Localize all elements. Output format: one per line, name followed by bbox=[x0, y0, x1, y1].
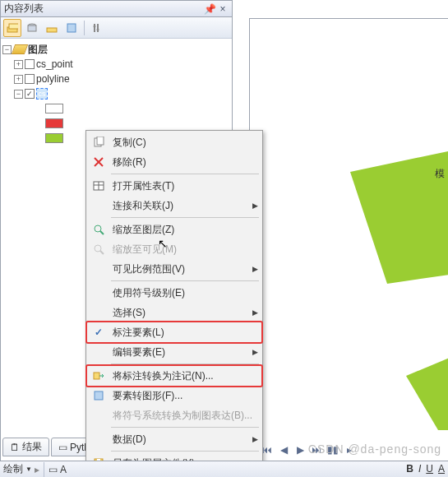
toc-toolbar bbox=[1, 17, 232, 39]
list-by-selection-icon[interactable] bbox=[62, 19, 81, 37]
font-color-icon[interactable]: A bbox=[438, 463, 445, 475]
map-canvas[interactable]: 模 bbox=[249, 18, 448, 441]
layer-row[interactable]: + polyline bbox=[2, 72, 230, 86]
separator bbox=[111, 427, 259, 428]
menu-data[interactable]: 数据(D)▶ bbox=[88, 429, 261, 449]
swatch-green bbox=[45, 133, 63, 143]
label-text: 模 bbox=[435, 167, 445, 181]
menu-select[interactable]: 选择(S)▶ bbox=[88, 303, 261, 322]
menu-remove[interactable]: 移除(R) bbox=[88, 152, 261, 172]
menu-edit-features[interactable]: 编辑要素(E)▶ bbox=[88, 342, 261, 362]
tree-root[interactable]: − 图层 bbox=[2, 42, 230, 57]
graphics-icon bbox=[88, 386, 109, 405]
root-label: 图层 bbox=[28, 43, 48, 57]
layer-row[interactable]: + cs_point bbox=[2, 57, 230, 72]
symbol-row bbox=[2, 101, 230, 116]
checkbox[interactable] bbox=[25, 74, 35, 84]
symbol-row bbox=[2, 116, 230, 131]
svg-line-18 bbox=[100, 231, 104, 234]
remove-icon bbox=[88, 152, 109, 172]
submenu-arrow-icon: ▶ bbox=[249, 265, 261, 273]
submenu-arrow-icon: ▶ bbox=[249, 201, 261, 210]
layer-row-selected[interactable]: − ✓ cs bbox=[2, 86, 230, 101]
separator bbox=[111, 217, 259, 218]
svg-rect-5 bbox=[67, 24, 76, 32]
tab-results[interactable]: 🗒结果 bbox=[2, 438, 49, 456]
svg-rect-3 bbox=[28, 25, 36, 31]
check-icon bbox=[88, 322, 109, 342]
results-icon: 🗒 bbox=[10, 442, 20, 453]
separator bbox=[111, 174, 259, 174]
menu-zoom-layer[interactable]: 缩放至图层(Z) bbox=[88, 220, 261, 239]
svg-point-9 bbox=[97, 28, 99, 30]
zoom-icon bbox=[88, 239, 109, 259]
submenu-arrow-icon: ▶ bbox=[249, 308, 261, 317]
first-icon[interactable]: ⏮ bbox=[261, 443, 274, 456]
swatch-white bbox=[45, 104, 63, 113]
close-icon[interactable]: × bbox=[217, 3, 229, 15]
svg-rect-11 bbox=[97, 137, 104, 145]
separator bbox=[111, 451, 259, 452]
python-icon: ▭ bbox=[58, 442, 67, 453]
dropdown-arrow-icon[interactable]: ▼ bbox=[25, 465, 32, 473]
svg-rect-21 bbox=[94, 373, 99, 379]
menu-zoom-visible: 缩放至可见(M) bbox=[88, 239, 261, 259]
separator bbox=[84, 21, 85, 35]
zoom-icon bbox=[88, 220, 109, 239]
text-tool-icon[interactable]: A bbox=[60, 464, 67, 475]
menu-convert-symbology: 将符号系统转换为制图表达(B)... bbox=[88, 405, 261, 425]
svg-point-17 bbox=[95, 225, 101, 232]
separator bbox=[44, 462, 44, 477]
pin-icon[interactable]: 📌 bbox=[204, 3, 215, 15]
convert-icon bbox=[88, 366, 109, 386]
layer-label: polyline bbox=[36, 73, 70, 85]
draw-label: 绘制 bbox=[3, 462, 23, 476]
menu-joins[interactable]: 连接和关联(J)▶ bbox=[88, 196, 261, 215]
tab-label: 结果 bbox=[22, 440, 42, 454]
menu-copy[interactable]: 复制(C) bbox=[88, 132, 261, 152]
menu-features-to-graphics[interactable]: 要素转图形(F)... bbox=[88, 386, 261, 405]
menu-convert-annotation[interactable]: 将标注转换为注记(N)... bbox=[88, 366, 261, 386]
swatch-red bbox=[45, 118, 63, 128]
expand-icon[interactable]: + bbox=[14, 60, 23, 69]
copy-icon bbox=[88, 132, 109, 152]
separator bbox=[111, 280, 259, 281]
svg-line-20 bbox=[100, 251, 104, 254]
layer-label: cs_point bbox=[36, 58, 73, 70]
layer-label: cs bbox=[36, 88, 48, 100]
format-tools: B I U A bbox=[406, 461, 445, 477]
menu-symbol-levels[interactable]: 使用符号级别(E) bbox=[88, 283, 261, 303]
list-by-drawing-icon[interactable] bbox=[3, 19, 21, 37]
italic-icon[interactable]: I bbox=[418, 463, 421, 475]
layers-icon bbox=[12, 44, 28, 54]
options-icon[interactable] bbox=[88, 19, 106, 37]
next-icon[interactable]: ▶ bbox=[293, 443, 307, 456]
svg-point-19 bbox=[95, 245, 101, 252]
list-by-source-icon[interactable] bbox=[23, 19, 41, 37]
checkbox-checked[interactable]: ✓ bbox=[25, 89, 35, 99]
svg-rect-1 bbox=[9, 24, 18, 29]
svg-point-8 bbox=[94, 25, 96, 27]
svg-rect-4 bbox=[47, 28, 57, 32]
prev-icon[interactable]: ◀ bbox=[277, 443, 290, 456]
panel-header: 内容列表 📌 × bbox=[1, 1, 232, 17]
underline-icon[interactable]: U bbox=[426, 463, 433, 475]
menu-label-features[interactable]: 标注要素(L) bbox=[88, 322, 261, 342]
separator bbox=[111, 364, 259, 364]
context-menu: 复制(C) 移除(R) 打开属性表(T) 连接和关联(J)▶ 缩放至图层(Z) … bbox=[85, 130, 263, 477]
expand-icon[interactable]: + bbox=[14, 75, 23, 84]
bold-icon[interactable]: B bbox=[406, 463, 413, 475]
menu-attr-table[interactable]: 打开属性表(T) bbox=[88, 176, 261, 196]
polygon-feature bbox=[406, 331, 448, 430]
collapse-icon[interactable]: − bbox=[2, 45, 12, 54]
menu-visible-range[interactable]: 可见比例范围(V)▶ bbox=[88, 259, 261, 279]
rect-tool-icon[interactable]: ▭ bbox=[48, 464, 58, 475]
submenu-arrow-icon: ▶ bbox=[249, 348, 261, 356]
list-by-visibility-icon[interactable] bbox=[43, 19, 61, 37]
watermark: CSDN @da-peng-song bbox=[308, 442, 441, 456]
status-bar: 绘制 ▼ ▸ ▭ A bbox=[0, 461, 448, 477]
table-icon bbox=[88, 176, 109, 196]
collapse-icon[interactable]: − bbox=[14, 90, 23, 99]
panel-title: 内容列表 bbox=[4, 2, 202, 16]
checkbox[interactable] bbox=[25, 59, 35, 69]
